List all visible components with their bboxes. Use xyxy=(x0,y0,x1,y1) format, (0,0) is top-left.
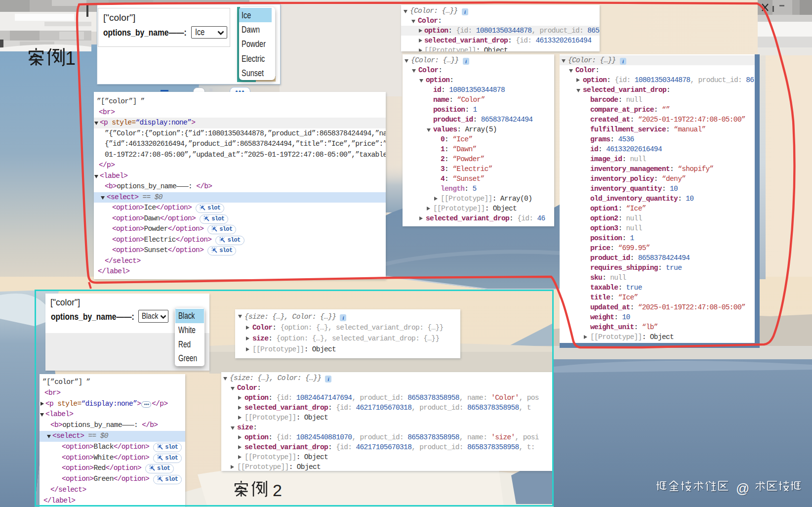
svg-text:@: @ xyxy=(736,481,749,496)
svg-text:1: 1 xyxy=(65,48,75,68)
